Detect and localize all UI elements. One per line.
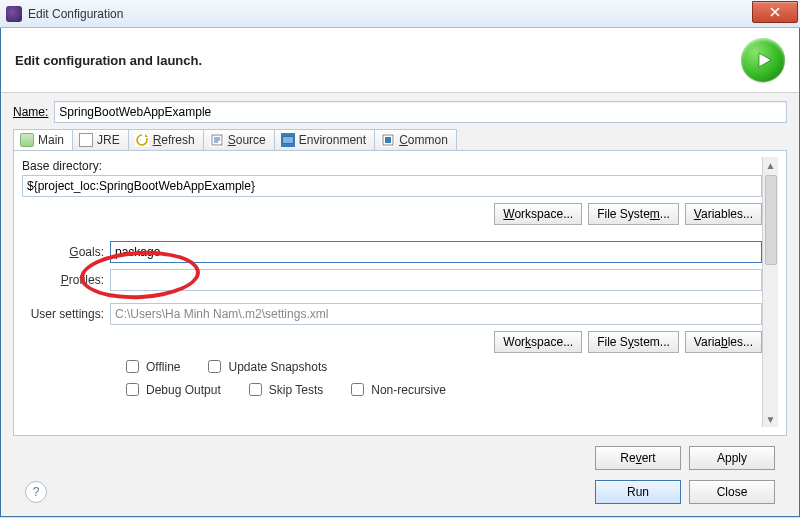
dialog-button-row: ? Run Close	[13, 470, 787, 516]
user-settings-button-row: Workspace... File System... Variables...	[22, 331, 762, 353]
main-tab-icon	[20, 133, 34, 147]
svg-marker-1	[145, 134, 148, 137]
tab-main-label: Main	[38, 133, 64, 147]
tab-jre[interactable]: JRE	[72, 129, 129, 150]
close-icon	[769, 6, 781, 18]
refresh-tab-icon	[135, 133, 149, 147]
environment-tab-icon	[281, 133, 295, 147]
run-icon	[741, 38, 785, 82]
svg-rect-6	[385, 137, 391, 143]
check-row-2: Debug Output Skip Tests Non-recursive	[122, 380, 762, 399]
tab-panel-main: Base directory: Workspace... File System…	[13, 151, 787, 436]
goals-input[interactable]	[110, 241, 762, 263]
update-snapshots-check[interactable]: Update Snapshots	[204, 357, 327, 376]
jre-tab-icon	[79, 133, 93, 147]
revert-apply-row: Revert Apply	[13, 436, 787, 470]
common-tab-icon	[381, 133, 395, 147]
base-directory-input[interactable]	[22, 175, 762, 197]
variables-button[interactable]: Variables...	[685, 203, 762, 225]
tab-panel-inner: Base directory: Workspace... File System…	[22, 157, 762, 427]
base-directory-label: Base directory:	[22, 159, 762, 173]
skip-tests-checkbox[interactable]	[249, 383, 262, 396]
user-settings-row: User settings:	[22, 303, 762, 325]
help-icon[interactable]: ?	[25, 481, 47, 503]
tab-main[interactable]: Main	[13, 129, 73, 150]
run-button[interactable]: Run	[595, 480, 681, 504]
offline-check[interactable]: Offline	[122, 357, 180, 376]
name-row: Name:	[13, 101, 787, 123]
apply-button[interactable]: Apply	[689, 446, 775, 470]
goals-label: Goals:	[22, 245, 110, 259]
file-system-button-2[interactable]: File System...	[588, 331, 679, 353]
tab-source-label: Source	[228, 133, 266, 147]
non-recursive-check[interactable]: Non-recursive	[347, 380, 446, 399]
workspace-button[interactable]: Workspace...	[494, 203, 582, 225]
tab-refresh[interactable]: Refresh	[128, 129, 204, 150]
window-title: Edit Configuration	[28, 7, 752, 21]
workspace-button-2[interactable]: Workspace...	[494, 331, 582, 353]
tab-common-label: Common	[399, 133, 448, 147]
window-close-button[interactable]	[752, 1, 798, 23]
scroll-thumb[interactable]	[765, 175, 777, 265]
svg-rect-4	[283, 137, 293, 143]
tab-jre-label: JRE	[97, 133, 120, 147]
user-settings-label: User settings:	[22, 307, 110, 321]
non-recursive-checkbox[interactable]	[351, 383, 364, 396]
base-dir-button-row: Workspace... File System... Variables...	[22, 203, 762, 225]
window-body: Edit configuration and launch. Name: Mai…	[0, 28, 800, 517]
file-system-button[interactable]: File System...	[588, 203, 679, 225]
tab-row: Main JRE Refresh Source	[13, 129, 787, 151]
scroll-down-arrow[interactable]: ▼	[763, 411, 779, 427]
revert-button[interactable]: Revert	[595, 446, 681, 470]
vertical-scrollbar[interactable]: ▲ ▼	[762, 157, 778, 427]
user-settings-input[interactable]	[110, 303, 762, 325]
variables-button-2[interactable]: Variables...	[685, 331, 762, 353]
app-icon	[6, 6, 22, 22]
offline-checkbox[interactable]	[126, 360, 139, 373]
update-snapshots-checkbox[interactable]	[208, 360, 221, 373]
tab-environment[interactable]: Environment	[274, 129, 375, 150]
debug-output-checkbox[interactable]	[126, 383, 139, 396]
title-bar: Edit Configuration	[0, 0, 800, 28]
skip-tests-check[interactable]: Skip Tests	[245, 380, 323, 399]
profiles-label: Profiles:	[22, 273, 110, 287]
source-tab-icon	[210, 133, 224, 147]
debug-output-check[interactable]: Debug Output	[122, 380, 221, 399]
header-text: Edit configuration and launch.	[15, 53, 202, 68]
scroll-up-arrow[interactable]: ▲	[763, 157, 779, 173]
goals-row: Goals:	[22, 241, 762, 263]
content-area: Name: Main JRE Refresh	[1, 93, 799, 516]
svg-marker-0	[759, 53, 771, 67]
name-label: Name:	[13, 105, 48, 119]
tab-source[interactable]: Source	[203, 129, 275, 150]
tab-environment-label: Environment	[299, 133, 366, 147]
tab-refresh-label: Refresh	[153, 133, 195, 147]
header-band: Edit configuration and launch.	[1, 28, 799, 93]
close-button[interactable]: Close	[689, 480, 775, 504]
tab-common[interactable]: Common	[374, 129, 457, 150]
profiles-row: Profiles:	[22, 269, 762, 291]
name-input[interactable]	[54, 101, 787, 123]
profiles-input[interactable]	[110, 269, 762, 291]
check-row-1: Offline Update Snapshots	[122, 357, 762, 376]
